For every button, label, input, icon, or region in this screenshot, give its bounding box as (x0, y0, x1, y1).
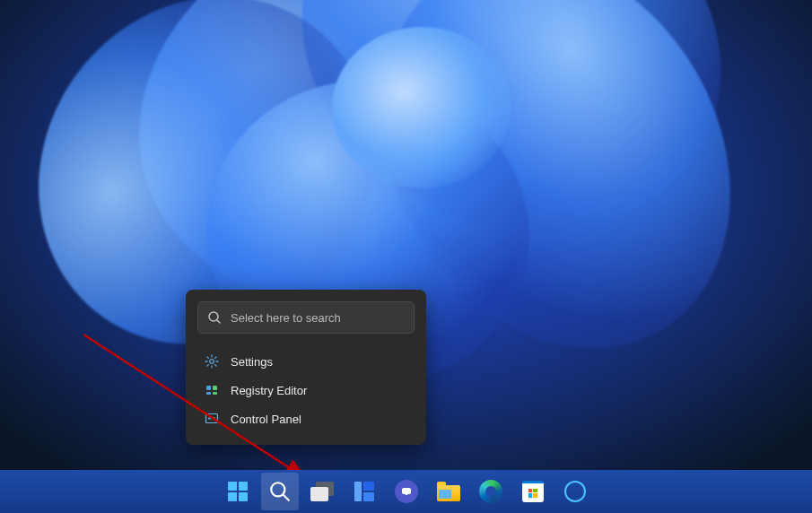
registry-icon (205, 383, 219, 397)
recent-item-control-panel[interactable]: Control Panel (197, 404, 415, 433)
file-explorer-button[interactable] (430, 473, 467, 510)
svg-line-1 (217, 320, 220, 323)
widgets-button[interactable] (345, 473, 383, 510)
microsoft-store-button[interactable] (514, 473, 552, 510)
cortana-icon (564, 481, 586, 502)
svg-point-9 (213, 417, 215, 420)
svg-rect-7 (206, 414, 218, 423)
edge-icon (479, 480, 502, 503)
recent-item-label: Control Panel (231, 413, 301, 426)
svg-rect-4 (213, 386, 217, 390)
chat-icon (395, 480, 418, 503)
svg-rect-3 (206, 386, 211, 390)
taskbar (0, 470, 812, 513)
widgets-icon (354, 482, 374, 501)
recent-item-label: Registry Editor (231, 384, 307, 397)
svg-line-13 (283, 495, 288, 500)
recent-item-label: Settings (231, 355, 273, 369)
recent-item-settings[interactable]: Settings (197, 347, 415, 376)
task-view-button[interactable] (303, 473, 341, 510)
recent-items-list: Settings Registry Editor Control Panel (197, 347, 415, 433)
settings-gear-icon (205, 354, 219, 369)
taskview-icon (310, 482, 334, 501)
search-icon (268, 480, 292, 503)
search-input-container[interactable] (197, 301, 415, 334)
recent-item-registry-editor[interactable]: Registry Editor (197, 376, 415, 404)
search-icon (207, 310, 222, 325)
search-input[interactable] (231, 311, 405, 325)
svg-point-2 (210, 360, 214, 364)
start-button[interactable] (219, 473, 257, 510)
store-icon (522, 481, 544, 502)
svg-rect-6 (213, 392, 217, 395)
svg-point-8 (208, 417, 211, 420)
svg-point-15 (405, 492, 407, 495)
svg-rect-5 (206, 392, 211, 395)
search-button[interactable] (261, 473, 299, 510)
chat-button[interactable] (388, 473, 425, 510)
windows-icon (228, 482, 248, 501)
explorer-icon (437, 482, 460, 501)
control-panel-icon (205, 412, 219, 426)
edge-button[interactable] (472, 473, 510, 510)
cortana-button[interactable] (556, 473, 594, 510)
search-flyout: Settings Registry Editor Control Panel (186, 290, 426, 445)
